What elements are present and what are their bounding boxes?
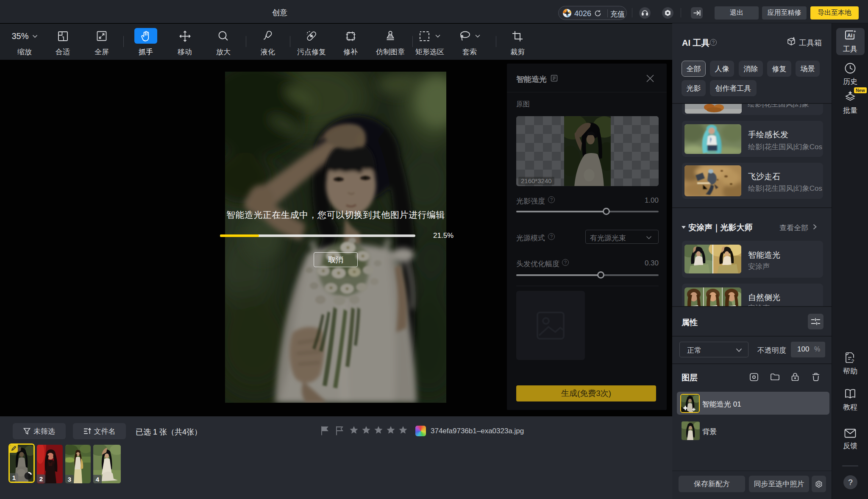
- svg-text:?: ?: [851, 359, 854, 363]
- svg-text:Ai: Ai: [847, 33, 852, 39]
